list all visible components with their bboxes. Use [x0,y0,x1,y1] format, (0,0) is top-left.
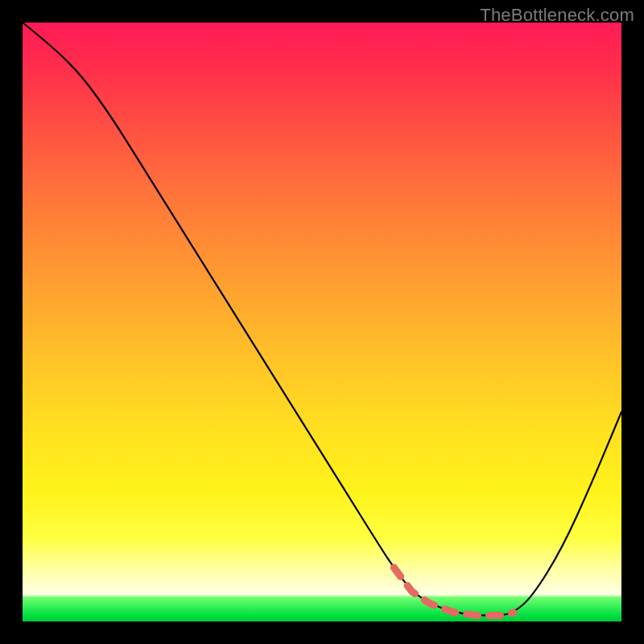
curve-overlay [23,23,621,621]
chart-frame: TheBottleneck.com [0,0,644,644]
optimal-range-dash [394,568,514,616]
bottleneck-curve [23,23,621,616]
